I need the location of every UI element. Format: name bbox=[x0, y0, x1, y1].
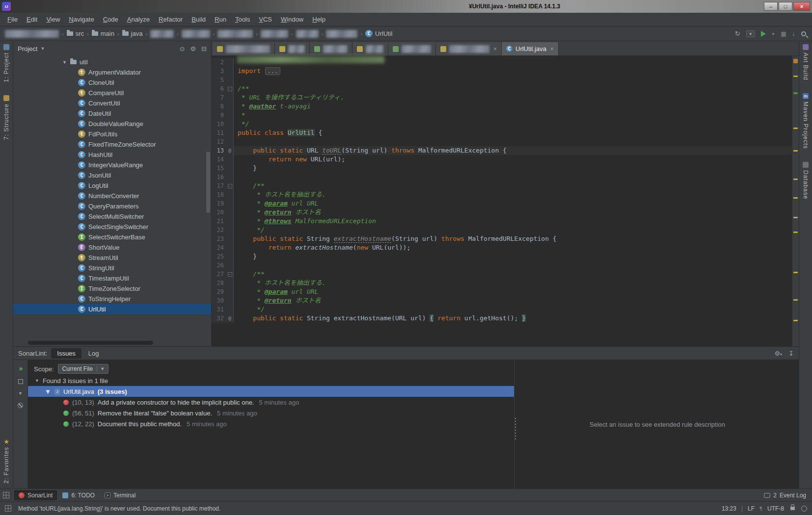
menu-item-help[interactable]: Help bbox=[308, 14, 330, 25]
code-line[interactable]: 11public class UrlUtil { bbox=[212, 129, 792, 137]
menu-item-view[interactable]: View bbox=[42, 14, 64, 25]
code-line[interactable]: 27− /** bbox=[212, 270, 792, 279]
hide-panel-icon[interactable]: ↧ bbox=[788, 350, 794, 357]
panel-splitter[interactable] bbox=[514, 360, 516, 489]
code-line[interactable]: 23 public static String extractHostname(… bbox=[212, 234, 792, 243]
clear-icon[interactable] bbox=[18, 403, 23, 408]
vcs-history-icon[interactable]: ↻ bbox=[735, 30, 740, 37]
breadcrumb-item-src[interactable]: src bbox=[67, 30, 84, 37]
rerun-icon[interactable]: » bbox=[19, 364, 22, 372]
lock-icon[interactable] bbox=[790, 507, 795, 510]
fold-marker-icon[interactable]: − bbox=[226, 84, 234, 93]
toolwindow-button-1-project[interactable]: 1: Project bbox=[3, 44, 10, 82]
menu-item-tools[interactable]: Tools bbox=[231, 14, 254, 25]
code-line[interactable]: 19 * @param url URL bbox=[212, 199, 792, 208]
tree-item-timestamputil[interactable]: CTimestampUtil bbox=[13, 273, 211, 283]
vcs-update-icon[interactable]: ↓ bbox=[792, 30, 796, 37]
censored-tab[interactable] bbox=[213, 42, 275, 55]
encoding-indicator[interactable]: UTF-8 bbox=[767, 505, 784, 512]
censored-tab[interactable] bbox=[388, 42, 436, 55]
breadcrumb-item-main[interactable]: main bbox=[92, 30, 114, 37]
issues-summary-row[interactable]: ▼ Found 3 issues in 1 file bbox=[28, 375, 514, 386]
collapse-arrow-icon[interactable]: ▼ bbox=[45, 388, 51, 395]
tree-item-queryparameters[interactable]: CQueryParameters bbox=[13, 201, 211, 211]
sonarlint-tab-issues[interactable]: Issues bbox=[51, 348, 81, 359]
method-gutter-icon[interactable]: @ bbox=[226, 146, 234, 155]
settings-icon[interactable]: ⚙ bbox=[190, 45, 196, 52]
warning-stripe-mark[interactable] bbox=[793, 128, 798, 129]
filter-icon[interactable]: ▼ bbox=[18, 391, 23, 396]
tree-item-timezoneselector[interactable]: ITimeZoneSelector bbox=[13, 283, 211, 294]
tab-urlutil-java[interactable]: C UrlUtil.java × bbox=[502, 42, 559, 55]
issue-file-row[interactable]: ▼ J UrlUtil.java (3 issues) bbox=[28, 386, 514, 397]
menu-item-vcs[interactable]: VCS bbox=[254, 14, 276, 25]
tree-item-selectmultiswitcher[interactable]: CSelectMultiSwitcher bbox=[13, 211, 211, 222]
code-line[interactable]: 29 * @param url URL bbox=[212, 287, 792, 296]
tree-item-numberconverter[interactable]: CNumberConverter bbox=[13, 191, 211, 201]
warning-stripe-mark[interactable] bbox=[793, 197, 798, 199]
collapse-all-icon[interactable]: ⊟ bbox=[201, 45, 207, 52]
code-line[interactable]: 9 * bbox=[212, 111, 792, 120]
tree-item-hashutil[interactable]: CHashUtil bbox=[13, 150, 211, 160]
coverage-icon[interactable]: ▦ bbox=[781, 30, 786, 37]
tree-item-fixedtimezoneselector[interactable]: CFixedTimeZoneSelector bbox=[13, 139, 211, 150]
code-line[interactable]: 18 * ホスト名を抽出する. bbox=[212, 190, 792, 199]
code-line[interactable]: 16 bbox=[212, 173, 792, 181]
censored-tab[interactable] bbox=[275, 42, 310, 55]
warning-stripe-mark[interactable] bbox=[793, 179, 798, 180]
tree-root-util[interactable]: ▼util bbox=[13, 57, 211, 67]
code-line[interactable]: 12 bbox=[212, 137, 792, 146]
code-line[interactable]: 17− /** bbox=[212, 181, 792, 190]
inspections-profile-icon[interactable] bbox=[801, 506, 807, 512]
censored-tab[interactable] bbox=[352, 42, 388, 55]
tree-item-urlutil[interactable]: CUrlUtil bbox=[13, 304, 211, 314]
warning-stripe-mark[interactable] bbox=[793, 320, 798, 321]
tree-vertical-scrollbar[interactable] bbox=[206, 152, 210, 213]
toolwindow-button-6-todo[interactable]: 6: TODO bbox=[58, 490, 99, 500]
code-line[interactable]: 10 */ bbox=[212, 120, 792, 129]
menu-item-analyze[interactable]: Analyze bbox=[123, 14, 154, 25]
tree-item-streamutil[interactable]: tStreamUtil bbox=[13, 253, 211, 263]
search-icon[interactable] bbox=[801, 31, 806, 36]
tree-item-tostringhelper[interactable]: CToStringHelper bbox=[13, 294, 211, 304]
caret-position[interactable]: 13:23 bbox=[722, 505, 736, 512]
breadcrumb-item-java[interactable]: java bbox=[122, 30, 143, 37]
expand-arrow-icon[interactable]: ▼ bbox=[62, 60, 67, 65]
menu-item-run[interactable]: Run bbox=[210, 14, 231, 25]
toolwindow-button-database[interactable]: Database bbox=[802, 162, 809, 199]
toolwindow-button-sonarlint[interactable]: SonarLint bbox=[14, 490, 57, 500]
warning-stripe-mark[interactable] bbox=[793, 76, 798, 77]
vcs-stripe-mark[interactable] bbox=[793, 92, 798, 94]
issue-row[interactable]: (56, 51)Remove the literal "false" boole… bbox=[28, 408, 514, 418]
code-line[interactable]: 13@ public static URL toURL(String url) … bbox=[212, 146, 792, 155]
fold-marker-icon[interactable]: − bbox=[226, 181, 234, 190]
locate-icon[interactable]: ⊙ bbox=[180, 45, 185, 52]
tree-item-convertutil[interactable]: CConvertUtil bbox=[13, 98, 211, 108]
toolwindow-button-7-structure[interactable]: 7: Structure bbox=[3, 95, 10, 140]
tree-item-logutil[interactable]: CLogUtil bbox=[13, 180, 211, 191]
sonarlint-tab-log[interactable]: Log bbox=[82, 348, 105, 359]
warning-stripe-mark[interactable] bbox=[793, 150, 798, 152]
tab-close-icon[interactable]: × bbox=[550, 46, 554, 52]
menu-item-refactor[interactable]: Refactor bbox=[154, 14, 187, 25]
tree-horizontal-scrollbar[interactable] bbox=[28, 341, 153, 345]
toolwindow-button-2-favorites[interactable]: ★2: Favorites bbox=[3, 438, 10, 484]
code-line[interactable]: 28 * ホスト名を抽出する. bbox=[212, 279, 792, 287]
toolwindow-button-terminal[interactable]: >Terminal bbox=[100, 490, 140, 500]
run-icon[interactable] bbox=[761, 31, 766, 37]
debug-icon[interactable]: ● bbox=[772, 31, 775, 36]
toolwindow-button-ant-build[interactable]: Ant Build bbox=[802, 44, 809, 80]
toolwindow-toggle-icon[interactable] bbox=[5, 505, 11, 512]
tree-item-cloneutil[interactable]: CCloneUtil bbox=[13, 77, 211, 88]
chevron-down-icon[interactable]: ▼ bbox=[40, 46, 45, 51]
event-log-button[interactable]: 2 Event Log bbox=[764, 492, 809, 499]
tree-item-jsonutil[interactable]: CJsonUtil bbox=[13, 170, 211, 180]
warning-stripe-mark[interactable] bbox=[793, 272, 798, 273]
minimize-button[interactable]: – bbox=[764, 2, 778, 11]
code-line[interactable]: 26 bbox=[212, 261, 792, 270]
menu-item-navigate[interactable]: Navigate bbox=[64, 14, 98, 25]
code-line[interactable]: 6−/** bbox=[212, 84, 792, 93]
menu-item-window[interactable]: Window bbox=[276, 14, 308, 25]
code-line[interactable]: 5 bbox=[212, 76, 792, 84]
code-line[interactable]: 15 } bbox=[212, 164, 792, 173]
